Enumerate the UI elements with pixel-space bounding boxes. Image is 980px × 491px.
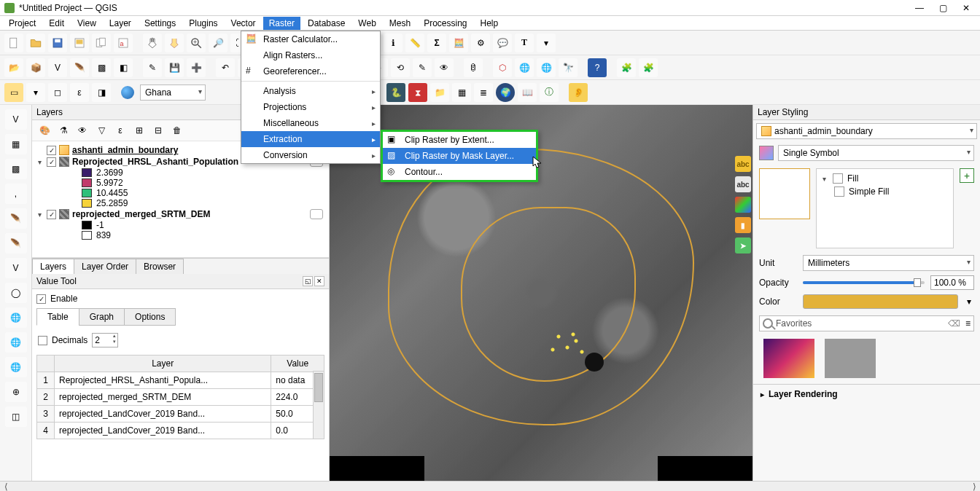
maximize-button[interactable]: ▢ <box>938 3 948 13</box>
add-virtual-layer-icon[interactable]: ◫ <box>5 406 27 427</box>
tab-layers[interactable]: Layers <box>32 259 74 274</box>
menu-raster-calculator[interactable]: 🧮Raster Calculator... <box>241 31 380 47</box>
open-datasource-icon[interactable]: 📂 <box>4 58 23 77</box>
add-wfs-icon[interactable]: 🌐 <box>5 357 27 377</box>
menu-georeferencer[interactable]: #Georeferencer... <box>241 63 380 79</box>
location-combo[interactable]: Ghana <box>140 85 206 101</box>
color-swatch-button[interactable] <box>803 294 958 309</box>
scroll-left-icon[interactable]: ⟨ <box>0 482 12 492</box>
plugin2-icon[interactable]: 🧩 <box>639 58 658 77</box>
layer-row-srtm[interactable]: ▾ reprojected_merged_SRTM_DEM <box>35 208 326 220</box>
toolbox-icon[interactable]: ⚙ <box>471 34 490 52</box>
table-row[interactable]: 1Reprojected_HRSL_Ashanti_Popula...no da… <box>37 372 324 389</box>
fill-tree-row-fill[interactable]: ▾Fill <box>820 172 950 185</box>
help-icon[interactable]: ? <box>588 58 607 77</box>
map-tips-icon[interactable]: 💬 <box>493 34 512 52</box>
unit-combo[interactable]: Millimeters <box>803 255 974 271</box>
globe-search-icon[interactable]: 🌐 <box>515 58 534 77</box>
map-book-icon[interactable]: 📖 <box>518 83 537 102</box>
layout-manager-icon[interactable] <box>92 34 111 52</box>
vt-scrollbar[interactable] <box>313 371 324 439</box>
python-console-icon[interactable]: 🐍 <box>386 83 405 102</box>
layer-checkbox[interactable] <box>47 157 56 167</box>
menu-help[interactable]: Help <box>475 17 505 30</box>
menu-mesh[interactable]: Mesh <box>384 17 416 30</box>
menu-projections[interactable]: Projections <box>241 99 380 115</box>
label-chip-icon[interactable]: abc <box>735 156 751 172</box>
menu-settings[interactable]: Settings <box>139 17 182 30</box>
table-row[interactable]: 2reprojected_merged_SRTM_DEM224.0 <box>37 389 324 406</box>
add-vector-icon[interactable]: V <box>5 109 27 130</box>
layer-remove-icon[interactable]: 🗑 <box>169 122 185 138</box>
binoculars-icon[interactable]: 🔭 <box>559 58 578 77</box>
globe-layer-icon[interactable]: 🌐 <box>537 58 556 77</box>
layer-rendering-row[interactable]: ▸ Layer Rendering <box>753 384 980 404</box>
menu-conversion[interactable]: Conversion <box>241 147 380 163</box>
zoom-in-icon[interactable] <box>187 34 206 52</box>
save-project-icon[interactable] <box>48 34 67 52</box>
table-row[interactable]: 3reprojected_LandCover_2019 Band...50.0 <box>37 406 324 423</box>
add-symbol-layer-button[interactable]: ＋ <box>960 168 974 183</box>
add-raster-icon[interactable]: ▦ <box>5 134 27 154</box>
hexagon-icon[interactable]: ⬡ <box>493 58 512 77</box>
menu-database[interactable]: Database <box>302 17 351 30</box>
vt-close-button[interactable]: ✕ <box>314 276 324 286</box>
layers-stack-icon[interactable]: ≣ <box>474 83 493 102</box>
add-oracle-icon[interactable]: ◯ <box>5 283 27 303</box>
scrollbar-thumb[interactable] <box>314 373 323 402</box>
select-features-icon[interactable]: ▭ <box>4 83 23 102</box>
measure-icon[interactable]: 📏 <box>405 34 424 52</box>
menu-plugins[interactable]: Plugins <box>183 17 223 30</box>
new-geopackage-icon[interactable]: 📦 <box>26 58 45 77</box>
new-memory-icon[interactable]: ▩ <box>92 58 111 77</box>
add-xyz-icon[interactable]: ⊕ <box>5 382 27 402</box>
3d-chip-icon[interactable] <box>735 197 751 213</box>
menu-layer[interactable]: Layer <box>104 17 137 30</box>
symbol-type-combo[interactable]: Single Symbol <box>778 145 974 161</box>
menu-clip-by-extent[interactable]: ▣Clip Raster by Extent... <box>383 132 536 148</box>
ls-layer-combo[interactable]: ashanti_admin_boundary <box>756 123 977 139</box>
layer-style-icon[interactable]: 🎨 <box>36 122 52 138</box>
menu-web[interactable]: Web <box>352 17 381 30</box>
add-mesh-icon[interactable]: ▩ <box>5 159 27 179</box>
add-postgis-icon[interactable]: 🪶 <box>5 208 27 229</box>
identify-icon[interactable]: ℹ <box>384 34 402 52</box>
ear-icon[interactable]: 👂 <box>569 83 588 102</box>
horizontal-scrollbar[interactable]: ⟨ ⟩ <box>0 481 980 491</box>
database-icon[interactable]: 🛢 <box>464 58 483 77</box>
zoom-out-icon[interactable]: 🔎 <box>209 34 228 52</box>
color-dropdown-icon[interactable]: ▾ <box>964 296 974 307</box>
menu-contour[interactable]: ◎Contour... <box>383 164 536 180</box>
text-annotation-icon[interactable]: T <box>515 34 534 52</box>
annotation-dropdown-icon[interactable]: ▾ <box>537 34 556 52</box>
layer-funnel-icon[interactable]: ▽ <box>93 122 109 138</box>
diagram-chip-icon[interactable]: ▮ <box>735 217 751 233</box>
menu-edit[interactable]: Edit <box>43 17 70 30</box>
layer-filter-icon[interactable]: ⚗ <box>55 122 71 138</box>
edit-pencil-icon[interactable]: ✎ <box>143 58 162 77</box>
close-button[interactable]: ✕ <box>961 3 971 13</box>
decimals-checkbox[interactable] <box>38 336 47 345</box>
menu-analysis[interactable]: Analysis <box>241 83 380 99</box>
favorites-menu-icon[interactable]: ≡ <box>965 318 971 329</box>
tab-layer-order[interactable]: Layer Order <box>74 259 136 274</box>
add-feature-icon[interactable]: ➕ <box>187 58 206 77</box>
layer-collapse-icon[interactable]: ⊟ <box>150 122 166 138</box>
add-delimited-icon[interactable]: , <box>5 184 27 204</box>
arrow-chip-icon[interactable]: ➤ <box>735 237 751 254</box>
expander-icon[interactable]: ▾ <box>35 211 44 219</box>
scroll-right-icon[interactable]: ⟩ <box>968 482 980 492</box>
layer-checkbox[interactable] <box>47 210 56 219</box>
pan-to-selection-icon[interactable] <box>165 34 184 52</box>
info-green-icon[interactable]: ⓘ <box>540 83 559 102</box>
layer-eye-icon[interactable]: 👁 <box>74 122 90 138</box>
change-label-icon[interactable]: ✎ <box>413 58 432 77</box>
undo-icon[interactable]: ↶ <box>216 58 235 77</box>
deselect-icon[interactable]: ◻ <box>48 83 67 102</box>
layer-expr-icon[interactable]: ε <box>112 122 128 138</box>
add-spatialite-icon[interactable]: 🪶 <box>5 233 27 254</box>
new-virtual-icon[interactable]: ◧ <box>114 58 133 77</box>
menu-extraction[interactable]: Extraction <box>241 131 380 147</box>
new-project-icon[interactable] <box>4 34 23 52</box>
label-chip-grey-icon[interactable]: abc <box>735 176 751 192</box>
